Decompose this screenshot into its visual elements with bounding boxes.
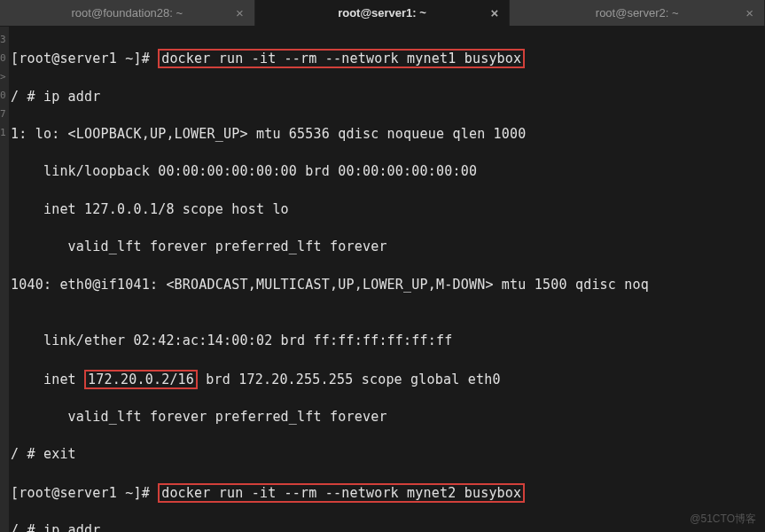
gutter-strip: 30>071 bbox=[0, 27, 9, 532]
prompt-line: [root@server1 ~]# docker run -it --rm --… bbox=[11, 49, 760, 68]
tab-label: root@server2: ~ bbox=[596, 6, 679, 20]
output-line: link/loopback 00:00:00:00:00:00 brd 00:0… bbox=[11, 162, 760, 181]
terminal-output[interactable]: [root@server1 ~]# docker run -it --rm --… bbox=[0, 27, 765, 532]
output-line: valid_lft forever preferred_lft forever bbox=[11, 408, 760, 426]
output-line: / # exit bbox=[11, 445, 760, 464]
tab-server1[interactable]: root@server1: ~ × bbox=[255, 0, 511, 26]
highlight-command-2: docker run -it --rm --network mynet2 bus… bbox=[158, 483, 525, 503]
close-icon[interactable]: × bbox=[491, 5, 499, 20]
output-line: inet 172.20.0.2/16 brd 172.20.255.255 sc… bbox=[11, 370, 760, 389]
output-line: inet 127.0.0.1/8 scope host lo bbox=[11, 200, 760, 219]
output-line: / # ip addr bbox=[11, 521, 760, 532]
watermark: @51CTO博客 bbox=[690, 512, 756, 527]
close-icon[interactable]: × bbox=[745, 5, 753, 20]
output-line: link/ether 02:42:ac:14:00:02 brd ff:ff:f… bbox=[11, 332, 760, 350]
highlight-command-1: docker run -it --rm --network mynet1 bus… bbox=[158, 49, 525, 68]
output-line: 1: lo: <LOOPBACK,UP,LOWER_UP> mtu 65536 … bbox=[11, 125, 760, 144]
highlight-ip-1: 172.20.0.2/16 bbox=[84, 370, 198, 389]
output-line: / # ip addr bbox=[11, 88, 760, 106]
prompt-line: [root@server1 ~]# docker run -it --rm --… bbox=[11, 483, 760, 503]
output-line: 1040: eth0@if1041: <BROADCAST,MULTICAST,… bbox=[11, 276, 760, 294]
close-icon[interactable]: × bbox=[236, 5, 244, 20]
tab-bar: root@foundation28: ~ × root@server1: ~ ×… bbox=[0, 0, 765, 27]
tab-foundation28[interactable]: root@foundation28: ~ × bbox=[0, 0, 255, 26]
tab-label: root@foundation28: ~ bbox=[72, 6, 183, 20]
output-line: valid_lft forever preferred_lft forever bbox=[11, 238, 760, 256]
tab-server2[interactable]: root@server2: ~ × bbox=[510, 0, 765, 26]
tab-label: root@server1: ~ bbox=[338, 6, 426, 20]
